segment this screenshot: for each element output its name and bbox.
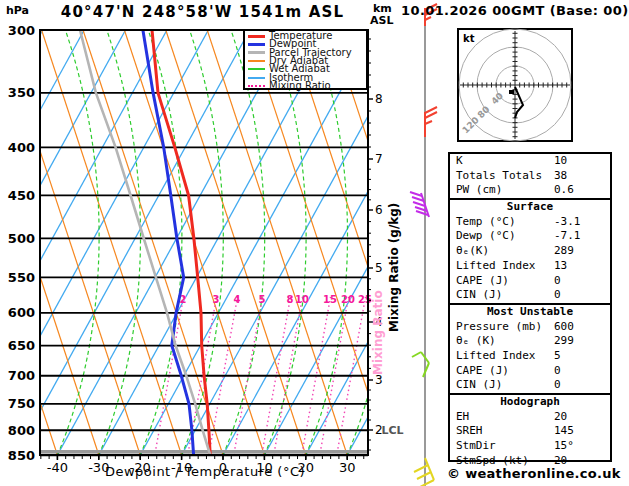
svg-text:30: 30 <box>339 460 356 475</box>
svg-text:5: 5 <box>259 294 266 305</box>
table-row-label: EH <box>456 410 469 425</box>
table-row-label: StmSpd (kt) <box>456 454 529 469</box>
table-row: θₑ(K)289 <box>450 244 610 259</box>
table-row-value: 20 <box>554 410 567 425</box>
storm-motion-dot <box>509 90 514 94</box>
table-row: CIN (J)0 <box>450 288 610 303</box>
svg-text:850: 850 <box>8 448 35 463</box>
legend-line-sample <box>248 51 265 54</box>
svg-text:LCL: LCL <box>382 424 404 437</box>
table-row-value: 0 <box>554 364 561 379</box>
table-row: K10 <box>450 154 610 169</box>
table-row: Dewp (°C)-7.1 <box>450 229 610 244</box>
table-row-label: Pressure (mb) <box>456 320 542 335</box>
svg-text:450: 450 <box>8 188 35 203</box>
svg-text:500: 500 <box>8 231 35 246</box>
table-row: CAPE (J)0 <box>450 274 610 289</box>
table-row-value: 145 <box>554 424 574 439</box>
svg-text:650: 650 <box>8 338 35 353</box>
pressure-axis-unit: hPa <box>6 4 29 17</box>
table-section-hodograph: HodographEH20SREH145StmDir15°StmSpd (kt)… <box>450 393 610 468</box>
temperature-axis-label: Dewpoint / Temperature (°C) <box>70 464 340 479</box>
table-row: EH20 <box>450 410 610 425</box>
table-section-title: Most Unstable <box>450 305 610 320</box>
svg-text:15: 15 <box>323 294 337 305</box>
svg-text:600: 600 <box>8 305 35 320</box>
station-title: 40°47'N 248°58'W 1541m ASL <box>30 3 375 21</box>
svg-text:4: 4 <box>234 294 241 305</box>
svg-text:10: 10 <box>295 294 309 305</box>
table-row: PW (cm)0.6 <box>450 183 610 198</box>
table-row: StmSpd (kt)20 <box>450 454 610 469</box>
table-row-value: -7.1 <box>554 229 581 244</box>
table-row: StmDir15° <box>450 439 610 454</box>
table-row-value: 289 <box>554 244 574 259</box>
table-row: Lifted Index5 <box>450 349 610 364</box>
table-row-label: Totals Totals <box>456 169 542 184</box>
table-row: Pressure (mb)600 <box>450 320 610 335</box>
svg-text:Mixing Ratio: Mixing Ratio <box>371 290 385 375</box>
table-row-value: 0 <box>554 274 561 289</box>
table-row-label: Lifted Index <box>456 259 535 274</box>
table-row: CAPE (J)0 <box>450 364 610 379</box>
table-row-label: K <box>456 154 463 169</box>
table-row-value: 299 <box>554 334 574 349</box>
wind-barb-1 <box>425 107 437 137</box>
wind-barb-4 <box>414 458 434 486</box>
table-section-title: Surface <box>450 200 610 215</box>
legend-item-mixing-ratio: Mixing Ratio <box>248 82 366 90</box>
legend-line-sample <box>248 60 265 62</box>
table-row-value: 38 <box>554 169 567 184</box>
svg-text:300: 300 <box>8 23 35 38</box>
table-row-label: θₑ (K) <box>456 334 496 349</box>
table-row-value: 15° <box>554 439 574 454</box>
legend-line-sample <box>248 85 265 87</box>
legend-line-sample <box>248 77 265 79</box>
legend-label: Mixing Ratio <box>269 82 331 90</box>
svg-text:700: 700 <box>8 368 35 383</box>
table-row-label: CAPE (J) <box>456 364 509 379</box>
table-row-label: CIN (J) <box>456 378 502 393</box>
table-row-value: 0.6 <box>554 183 574 198</box>
table-row-value: 0 <box>554 288 561 303</box>
table-row-label: SREH <box>456 424 483 439</box>
table-row: Temp (°C)-3.1 <box>450 215 610 230</box>
svg-text:8: 8 <box>287 294 294 305</box>
legend-line-sample <box>248 68 265 70</box>
table-row-label: θₑ(K) <box>456 244 489 259</box>
table-row-label: Lifted Index <box>456 349 535 364</box>
hodograph: 4080120kt <box>458 29 572 142</box>
table-row-label: Dewp (°C) <box>456 229 516 244</box>
table-row-label: CAPE (J) <box>456 274 509 289</box>
svg-text:350: 350 <box>8 85 35 100</box>
wind-barb-3 <box>412 352 429 377</box>
svg-text:7: 7 <box>375 152 383 166</box>
table-row-label: Temp (°C) <box>456 215 516 230</box>
altitude-axis-unit-asl: ASL <box>370 14 393 27</box>
table-row-label: StmDir <box>456 439 496 454</box>
table-section-surface: SurfaceTemp (°C)-3.1Dewp (°C)-7.1θₑ(K)28… <box>450 198 610 303</box>
svg-text:400: 400 <box>8 140 35 155</box>
skewt-sounding-screenshot: 2345810152025300350400450500550600650700… <box>0 0 629 486</box>
svg-text:800: 800 <box>8 423 35 438</box>
wind-barb-2 <box>410 192 429 217</box>
table-section-most-unstable: Most UnstablePressure (mb)600θₑ (K)299Li… <box>450 303 610 393</box>
legend-line-sample <box>248 35 265 38</box>
run-datetime: 10.01.2026 00GMT (Base: 00) <box>401 3 629 18</box>
table-row-value: 5 <box>554 349 561 364</box>
table-row-value: 0 <box>554 378 561 393</box>
table-row-value: 10 <box>554 154 567 169</box>
svg-text:3: 3 <box>213 294 220 305</box>
svg-text:-40: -40 <box>47 460 68 475</box>
table-row: CIN (J)0 <box>450 378 610 393</box>
svg-text:750: 750 <box>8 396 35 411</box>
table-row-value: 600 <box>554 320 574 335</box>
table-row: θₑ (K)299 <box>450 334 610 349</box>
svg-text:5: 5 <box>375 261 383 275</box>
table-row: SREH145 <box>450 424 610 439</box>
svg-text:25: 25 <box>358 294 372 305</box>
svg-text:kt: kt <box>463 33 475 44</box>
table-row-label: CIN (J) <box>456 288 502 303</box>
table-section-indices: K10Totals Totals38PW (cm)0.6 <box>450 154 610 198</box>
table-row-value: 20 <box>554 454 567 469</box>
